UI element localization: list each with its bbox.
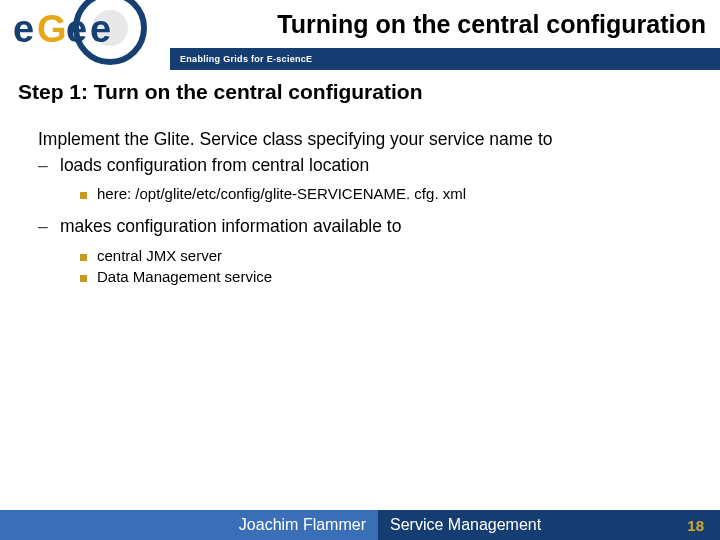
square-bullet-icon [80,275,87,282]
dash-bullet-icon: – [38,154,52,178]
logo-letter: G [37,8,67,50]
dash-item: – loads configuration from central locat… [38,154,702,178]
logo-letter: e [13,8,34,50]
footer: Joachim Flammer Service Management 18 [0,510,720,540]
egee-logo-icon: e G e e [8,0,168,70]
dash-text: loads configuration from central locatio… [60,154,369,178]
square-bullet-icon [80,254,87,261]
dash-item: – makes configuration information availa… [38,215,702,239]
square-text: Data Management service [97,266,272,288]
footer-author-box: Joachim Flammer [0,510,378,540]
step-title: Step 1: Turn on the central configuratio… [18,80,702,104]
tagline-text: Enabling Grids for E-sciencE [180,54,312,64]
square-text: here: /opt/glite/etc/config/glite-SERVIC… [97,183,466,205]
dash-bullet-icon: – [38,215,52,239]
footer-subject-box: Service Management 18 [378,510,720,540]
title-bar: Turning on the central configuration [170,0,720,48]
square-text: central JMX server [97,245,222,267]
logo-letter: e [90,8,111,50]
square-item: central JMX server [80,245,702,267]
square-bullet-icon [80,192,87,199]
header: e G e e Turning on the central configura… [0,0,720,72]
dash-text: makes configuration information availabl… [60,215,401,239]
content: Step 1: Turn on the central configuratio… [18,80,702,288]
page-number: 18 [687,517,704,534]
square-item: Data Management service [80,266,702,288]
intro-text: Implement the Glite. Service class speci… [38,128,702,152]
footer-subject: Service Management [390,516,541,534]
logo: e G e e [0,0,170,72]
logo-letter: e [66,8,87,50]
square-item: here: /opt/glite/etc/config/glite-SERVIC… [80,183,702,205]
tagline-strip: Enabling Grids for E-sciencE [170,48,720,70]
footer-author: Joachim Flammer [239,516,366,534]
slide-title: Turning on the central configuration [277,10,706,39]
